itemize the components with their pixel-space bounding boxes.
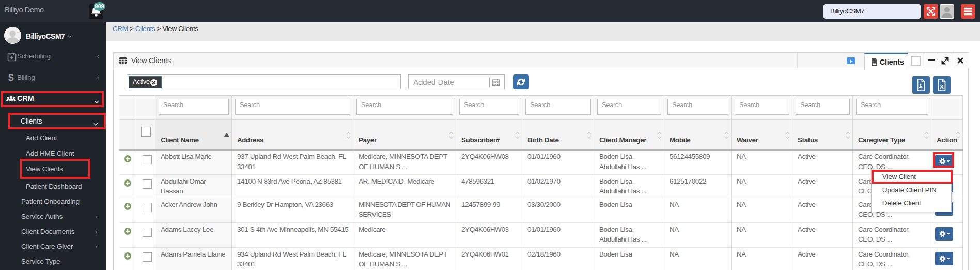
- svg-text:X: X: [940, 84, 944, 90]
